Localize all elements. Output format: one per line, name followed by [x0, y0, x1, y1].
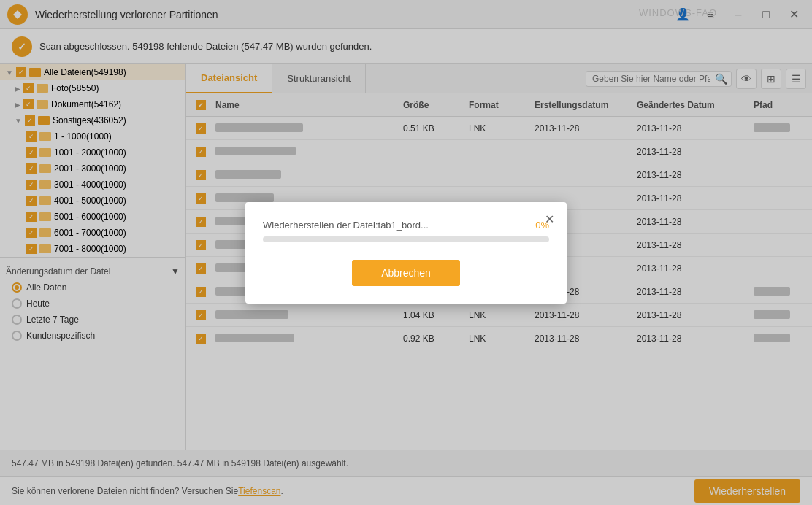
progress-bar-track	[263, 236, 549, 242]
modal-progress-row: Wiederherstellen der Datei:tab1_bord... …	[263, 220, 549, 231]
modal-cancel-button[interactable]: Abbrechen	[352, 260, 460, 286]
modal-overlay: ✕ Wiederherstellen der Datei:tab1_bord..…	[0, 0, 812, 505]
modal-close-button[interactable]: ✕	[540, 211, 558, 228]
modal-dialog: ✕ Wiederherstellen der Datei:tab1_bord..…	[245, 202, 567, 304]
modal-progress-label: Wiederherstellen der Datei:tab1_bord...	[263, 220, 429, 231]
